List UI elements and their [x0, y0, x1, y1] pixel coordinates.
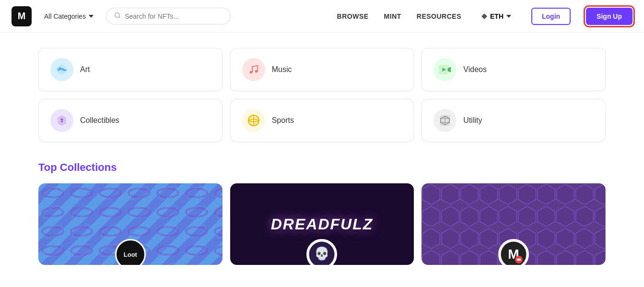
nav-resources[interactable]: RESOURCES — [417, 12, 461, 20]
videos-label: Videos — [463, 65, 487, 74]
chevron-down-icon — [89, 15, 94, 18]
dreadfulz-title: DREADFULZ — [271, 215, 374, 233]
main-nav: BROWSE MINT RESOURCES ETH Login Sign Up — [337, 8, 632, 25]
categories-dropdown-button[interactable]: All Categories — [39, 10, 98, 23]
nav-browse[interactable]: BROWSE — [337, 12, 369, 20]
title-colored: Collections — [60, 161, 117, 173]
music-icon — [242, 58, 265, 81]
utility-label: Utility — [463, 116, 482, 125]
dreadfulz-avatar-svg: 💀 — [308, 240, 336, 265]
svg-point-0 — [115, 13, 119, 17]
search-icon — [114, 12, 121, 20]
header: M All Categories BROWSE MINT RESOURCES E… — [0, 0, 644, 33]
category-card-music[interactable]: Music — [230, 48, 414, 91]
category-card-collectibles[interactable]: Collectibles — [38, 99, 222, 142]
category-card-utility[interactable]: Utility — [422, 99, 606, 142]
m-avatar: M — [498, 239, 529, 265]
chevron-down-icon — [506, 15, 511, 18]
collection-card-m[interactable]: M — [422, 183, 606, 265]
category-card-art[interactable]: Art — [38, 48, 222, 91]
art-label: Art — [80, 65, 90, 74]
title-prefix: Top — [38, 161, 57, 173]
category-card-videos[interactable]: Videos — [422, 48, 606, 91]
dreadfulz-avatar: 💀 — [306, 239, 337, 265]
logo-icon[interactable]: M — [12, 6, 32, 26]
collectibles-icon — [50, 109, 73, 132]
nav-mint[interactable]: MINT — [384, 12, 401, 20]
svg-text:💀: 💀 — [314, 246, 330, 261]
sports-label: Sports — [272, 116, 294, 125]
utility-icon — [433, 109, 457, 132]
section-title: Top Collections — [38, 161, 606, 174]
login-button[interactable]: Login — [531, 8, 571, 25]
search-bar — [106, 8, 231, 24]
eth-selector-button[interactable]: ETH — [477, 10, 516, 23]
videos-icon — [433, 58, 457, 81]
music-label: Music — [272, 65, 292, 74]
categories-grid: Art Music Videos — [38, 48, 606, 142]
main-content: Art Music Videos — [0, 33, 644, 280]
svg-marker-2 — [481, 13, 487, 19]
top-collections-section: Top Collections — [38, 161, 606, 265]
sports-icon — [242, 109, 265, 132]
logo: M — [12, 6, 32, 26]
eth-label: ETH — [490, 12, 503, 20]
collections-grid: Loot DREADFULZ 💀 — [38, 183, 606, 265]
collectibles-label: Collectibles — [80, 116, 119, 125]
art-icon — [50, 58, 73, 81]
collection-card-dreadfulz[interactable]: DREADFULZ 💀 — [230, 183, 414, 265]
search-input[interactable] — [125, 12, 222, 20]
svg-rect-31 — [517, 259, 521, 261]
category-card-sports[interactable]: Sports — [230, 99, 414, 142]
svg-point-10 — [61, 120, 63, 122]
signup-button[interactable]: Sign Up — [586, 8, 632, 25]
svg-line-1 — [119, 17, 120, 18]
collection-card-loot[interactable]: Loot — [38, 183, 222, 265]
categories-label: All Categories — [44, 12, 86, 20]
